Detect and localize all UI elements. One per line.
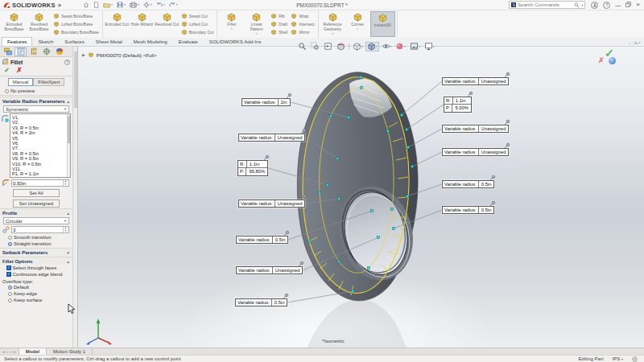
ribbon-button-revolved-cut[interactable]: Revolved Cut: [155, 11, 180, 37]
pin-icon[interactable]: [504, 72, 510, 78]
callout-value[interactable]: Unassigned: [273, 267, 303, 274]
callout-value[interactable]: 95.80%: [246, 168, 267, 175]
set-unassigned-button[interactable]: Set Unassigned: [13, 200, 60, 208]
radio-default[interactable]: Default: [0, 284, 72, 290]
ribbon-button-rib[interactable]: Rib: [270, 13, 287, 19]
search-dropdown-icon[interactable]: ▾: [581, 3, 583, 7]
ribbon-button-shell[interactable]: Shell: [270, 29, 287, 35]
edit-appearance-icon[interactable]: ▾: [394, 42, 407, 51]
ribbon-button-swept-cut[interactable]: Swept Cut: [181, 13, 214, 19]
tab-mesh-modeling[interactable]: Mesh Modeling: [128, 37, 173, 46]
previous-view-icon[interactable]: [322, 42, 334, 51]
callout-value[interactable]: 2in: [279, 99, 290, 105]
panel-tab-dimxpert[interactable]: [40, 47, 52, 56]
panel-scrollbar[interactable]: [72, 47, 78, 348]
section-setback[interactable]: Setback Parameters ▼: [0, 248, 72, 256]
ribbon-button-lofted-boss-base[interactable]: Lofted Boss/Base: [53, 21, 99, 27]
ribbon-button-swept-boss-base[interactable]: Swept Boss/Base: [53, 13, 99, 19]
section-profile[interactable]: Profile ▲: [0, 208, 72, 216]
pin-icon[interactable]: [300, 194, 307, 200]
apply-scene-icon[interactable]: ▾: [408, 42, 422, 51]
radio-keep-surface[interactable]: Keep surface: [0, 297, 72, 303]
search-box[interactable]: S ▾: [509, 1, 585, 9]
profile-type-select[interactable]: Circular ▼: [3, 217, 69, 224]
pin-icon[interactable]: [300, 128, 307, 134]
filletxpert-mode-button[interactable]: FilletXpert: [33, 78, 64, 86]
ribbon-button-boundary-boss-base[interactable]: Boundary Boss/Base: [53, 29, 99, 35]
save-icon[interactable]: ▾: [117, 2, 126, 8]
ribbon-button-boundary-cut[interactable]: Boundary Cut: [181, 29, 214, 35]
ribbon-button-curves[interactable]: Curves▾: [345, 11, 370, 37]
radio-keep-edge[interactable]: Keep edge: [0, 290, 72, 297]
tab-nav-prev-icon[interactable]: ‹: [6, 349, 8, 354]
variable-radius-callout[interactable]: Variable radius:0.5in: [442, 180, 494, 188]
child-restore-icon[interactable]: □: [633, 40, 635, 45]
ribbon-button-revolved-boss-base[interactable]: Revolved Boss/Base: [27, 11, 52, 37]
radius-position-callout[interactable]: R:1.1inP:95.80%: [237, 160, 268, 176]
callout-value[interactable]: Unassigned: [275, 134, 305, 141]
tab-nav-buttons[interactable]: «‹›»: [0, 348, 19, 355]
ribbon-button-linear-pattern[interactable]: Linear Pattern▾: [244, 11, 269, 37]
callout-value[interactable]: 0.5in: [273, 237, 288, 243]
ribbon-button-extruded-cut[interactable]: Extruded Cut: [105, 11, 130, 37]
feature-tree-rollout[interactable]: ▶ PMX00070 (Default) <Full>: [82, 51, 157, 58]
variable-radius-callout[interactable]: Variable radius:Unassigned: [442, 125, 509, 133]
variable-radius-callout[interactable]: Variable radius:0.5in: [442, 206, 494, 214]
ribbon-button-extruded-boss-base[interactable]: Extruded Boss/Base: [2, 11, 27, 37]
tab-nav-next-icon[interactable]: ›: [10, 349, 11, 354]
variable-radius-callout[interactable]: Variable radius:Unassigned: [236, 266, 303, 274]
ribbon-button-hole-wizard[interactable]: Hole Wizard: [130, 11, 155, 37]
callout-value[interactable]: 1.1in: [247, 161, 262, 167]
ribbon-button-intersect[interactable]: Intersect: [291, 21, 314, 27]
symmetry-select[interactable]: Symmetric ▼: [3, 105, 69, 113]
variable-radius-callout[interactable]: Variable radius:0.5in: [236, 236, 288, 244]
tags-globe-icon[interactable]: [632, 356, 638, 362]
radius-position-callout[interactable]: R:1.1inP:5.00%: [444, 97, 472, 113]
redo-icon[interactable]: ▾: [169, 2, 178, 8]
user-profile-icon[interactable]: [591, 2, 598, 9]
cancel-button[interactable]: ✗: [16, 66, 22, 74]
graphics-viewport[interactable]: Variable radius:2inVariable radius:Unass…: [78, 47, 644, 348]
panel-scroll-thumb[interactable]: [74, 51, 77, 108]
callout-value[interactable]: 1.1in: [453, 97, 469, 104]
radio-smooth-transition[interactable]: Smooth transition: [0, 234, 72, 241]
pin-icon[interactable]: [263, 154, 270, 161]
listbox-scrollbar[interactable]: [67, 114, 70, 177]
radius-input[interactable]: 0.50in ▲▼: [11, 179, 69, 187]
tab-nav-last-icon[interactable]: »: [13, 349, 15, 354]
display-style-icon[interactable]: ▾: [365, 42, 379, 51]
pin-icon[interactable]: [504, 142, 510, 149]
tab-sketch[interactable]: Sketch: [32, 37, 59, 46]
close-icon[interactable]: ×: [636, 2, 640, 8]
help-icon[interactable]: ?: [603, 2, 610, 9]
ribbon-button-draft[interactable]: Draft: [270, 21, 287, 27]
callout-value[interactable]: 0.5in: [479, 207, 494, 213]
doc-tab-model[interactable]: Model: [19, 348, 47, 355]
callout-value[interactable]: 0.5in: [272, 299, 287, 306]
hide-show-items-icon[interactable]: ▾: [380, 42, 394, 51]
pin-icon[interactable]: [283, 230, 290, 237]
pin-icon[interactable]: [298, 261, 304, 267]
section-view-icon[interactable]: [335, 42, 347, 51]
pin-icon[interactable]: [467, 91, 473, 97]
panel-tab-property-manager[interactable]: [14, 47, 27, 56]
ribbon-button-reference-geometry[interactable]: Reference Geometry▾: [320, 11, 345, 37]
pin-icon[interactable]: [283, 293, 289, 299]
new-document-icon[interactable]: [93, 2, 99, 8]
ribbon-button-lofted-cut[interactable]: Lofted Cut: [181, 21, 214, 27]
tab-sheet-metal[interactable]: Sheet Metal: [90, 37, 128, 46]
t ree-root-label[interactable]: PMX00070 (Default) <Full>: [97, 52, 157, 58]
instance-count-input[interactable]: 3 ▲▼: [11, 226, 69, 233]
tab-surfaces[interactable]: Surfaces: [59, 37, 89, 46]
callout-value[interactable]: Unassigned: [479, 78, 509, 84]
manual-mode-button[interactable]: Manual: [8, 78, 34, 86]
section-fillet-options[interactable]: Fillet Options ▲: [0, 257, 72, 265]
panel-tab-configuration-manager[interactable]: [27, 47, 39, 56]
variable-radius-callout[interactable]: Variable radius:Unassigned: [238, 200, 305, 208]
undo-icon[interactable]: ▾: [156, 2, 165, 8]
ok-button[interactable]: ✓: [4, 66, 10, 74]
pin-icon[interactable]: [504, 119, 510, 125]
options-gear-icon[interactable]: ▾: [143, 2, 152, 8]
viewport-help-sphere-icon[interactable]: [609, 57, 616, 64]
variable-radius-callout[interactable]: Variable radius:Unassigned: [442, 148, 509, 156]
